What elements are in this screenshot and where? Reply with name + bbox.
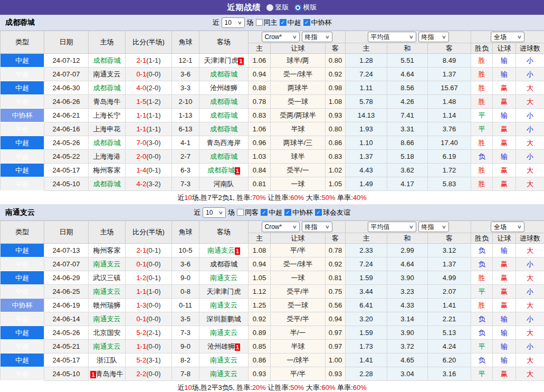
checkbox-checked-icon[interactable]: ✓ <box>284 209 291 216</box>
eu-home-odds-cell: 1.49 <box>346 177 387 191</box>
sub-col-header-6: 胜负 <box>471 233 493 244</box>
chevron-down-icon: ∨ <box>517 224 522 230</box>
filter-checkbox-中超[interactable]: ✓中超 <box>261 208 282 217</box>
handicap-result-cell: 赢 <box>493 285 516 299</box>
win-draw-loss-cell: 平 <box>471 285 493 299</box>
match-scope-select[interactable]: 全场∨ <box>491 222 524 232</box>
ah-line-cell: 平/半 <box>271 367 326 381</box>
checkbox-unchecked-icon[interactable] <box>237 209 244 216</box>
filter-checkbox-同客[interactable]: 同客 <box>237 208 259 217</box>
team-label: 青岛海牛 <box>93 98 121 106</box>
team-label: 上海海港 <box>93 152 121 160</box>
recent-count-select[interactable]: 10∨ <box>203 207 226 218</box>
euro-final-index-select[interactable]: 终指∨ <box>418 222 449 232</box>
summary-part: 20% <box>252 384 266 391</box>
corner-cell: 6-3 <box>172 164 199 177</box>
team-label: 上海长宁 <box>93 111 121 119</box>
checkbox-checked-icon[interactable]: ✓ <box>315 209 322 216</box>
goals-over-under-cell: 大 <box>516 326 544 340</box>
sub-col-header-4: 和 <box>387 43 428 54</box>
halftime-score: (3-0) <box>146 139 160 147</box>
ah-line-cell: 受一/球半 <box>271 257 326 271</box>
match-type-cell: 中超 <box>1 150 44 164</box>
corner-cell: 3-5 <box>172 312 199 326</box>
eu-home-odds-cell: 1.11 <box>346 81 387 95</box>
checkbox-unchecked-icon[interactable] <box>256 19 263 26</box>
checkbox-checked-icon[interactable]: ✓ <box>280 19 287 26</box>
filter-checkbox-同主[interactable]: 同主 <box>256 18 278 27</box>
match-scope-select[interactable]: 全场∨ <box>491 32 524 42</box>
halftime-score: (1-1) <box>146 56 160 64</box>
summary-part: 50% <box>290 384 304 391</box>
ah-away-odds-cell: 0.92 <box>326 68 346 81</box>
eu-draw-odds-cell: 5.51 <box>387 54 428 68</box>
average-select[interactable]: 平均值∨ <box>368 222 416 232</box>
header-row-groups: 类型日期主场比分(半场)角球客场Crow*∨终指∨平均值∨终指∨全场∨ <box>1 221 544 233</box>
filter-checkbox-中协杯[interactable]: ✓中协杯 <box>303 18 332 27</box>
filter-checkbox-中超[interactable]: ✓中超 <box>280 18 301 27</box>
date-cell: 24-05-26 <box>44 326 89 340</box>
handicap-result-cell: 赢 <box>493 367 516 381</box>
ah-home-odds-cell: 0.83 <box>249 109 271 122</box>
average-select[interactable]: 平均值∨ <box>368 32 416 42</box>
bookmaker-select[interactable]: Crow*∨ <box>262 32 300 42</box>
match-type-cell: 中超 <box>1 367 44 381</box>
asian-final-index-select[interactable]: 终指∨ <box>302 222 332 232</box>
summary-part: 单率: <box>335 194 352 202</box>
win-draw-loss-cell: 负 <box>471 257 493 271</box>
score-cell: 1-1(1-1) <box>126 109 172 122</box>
eu-home-odds-cell: 3.20 <box>346 312 387 326</box>
ah-home-odds-cell: 0.85 <box>249 340 271 353</box>
sub-col-header-0: 主 <box>249 233 271 244</box>
match-type-cell: 中超 <box>1 285 44 299</box>
recent-count-select[interactable]: 10∨ <box>222 17 245 28</box>
summary-part: 大率: <box>304 194 321 202</box>
team-label: 深圳新鹏城 <box>207 315 241 323</box>
fulltime-score: 1-1 <box>136 125 146 133</box>
team-label: 天津津门虎 <box>207 288 241 295</box>
bookmaker-select[interactable]: Crow*∨ <box>262 222 300 232</box>
checkbox-checked-icon[interactable]: ✓ <box>303 19 310 26</box>
filter-checkbox-球会友谊[interactable]: ✓球会友谊 <box>315 208 350 217</box>
date-cell: 24-06-26 <box>44 95 89 109</box>
section-summary: 近10场,胜2平3负5, 胜率:20% 让胜率:50% 大率:60% 单率:60… <box>0 381 544 392</box>
radio-vertical-layout[interactable]: 竖版 <box>266 3 289 12</box>
home-team-cell: 上海长宁 <box>89 109 126 122</box>
away-team-cell: 南通支云 <box>199 367 249 381</box>
halftime-score: (0-0) <box>146 301 160 309</box>
fulltime-score: 1-1 <box>136 342 146 350</box>
ah-home-odds-cell: 0.86 <box>249 353 271 367</box>
corner-cell: 9-0 <box>172 340 199 353</box>
radio-icon[interactable] <box>266 4 273 11</box>
radio-checked-icon[interactable] <box>294 4 301 11</box>
asian-final-index-select[interactable]: 终指∨ <box>302 32 332 42</box>
checkbox-checked-icon[interactable]: ✓ <box>261 209 268 216</box>
ah-away-odds-cell: 0.94 <box>326 312 346 326</box>
win-draw-loss-cell: 胜 <box>471 54 493 68</box>
score-cell: 2-1(1-1) <box>126 54 172 68</box>
ah-line-cell: 受两/两球半 <box>271 109 326 122</box>
games-label: 场 <box>228 208 235 217</box>
radio-horizontal-layout[interactable]: 横版 <box>294 3 317 12</box>
col-header-5: 客场 <box>199 221 249 244</box>
col-header-2: 主场 <box>89 31 126 54</box>
date-cell: 24-05-10 <box>44 367 89 381</box>
col-header-0: 类型 <box>1 31 44 54</box>
ah-away-odds-cell: 1.05 <box>326 177 346 191</box>
top-bar: 近期战绩 竖版 横版 <box>0 0 544 15</box>
euro-final-index-select[interactable]: 终指∨ <box>418 32 449 42</box>
checkbox-label: 中超 <box>288 18 301 27</box>
red-card-badge: 1 <box>238 58 243 65</box>
corner-cell: 0-11 <box>172 299 199 312</box>
score-cell: 2-1(0-1) <box>126 244 172 257</box>
eu-away-odds-cell: 1.41 <box>428 299 471 312</box>
score-cell: 0-1(0-0) <box>126 257 172 271</box>
team-label: 青岛西海岸 <box>207 139 241 147</box>
filter-checkbox-中协杯[interactable]: ✓中协杯 <box>284 208 313 217</box>
ah-away-odds-cell: 0.86 <box>326 136 346 150</box>
halftime-score: (0-0) <box>146 152 160 160</box>
score-cell: 1-5(1-2) <box>126 95 172 109</box>
eu-draw-odds-cell: 4.64 <box>387 68 428 81</box>
match-type-cell: 中超 <box>1 122 44 136</box>
match-type-cell: 中超 <box>1 271 44 285</box>
